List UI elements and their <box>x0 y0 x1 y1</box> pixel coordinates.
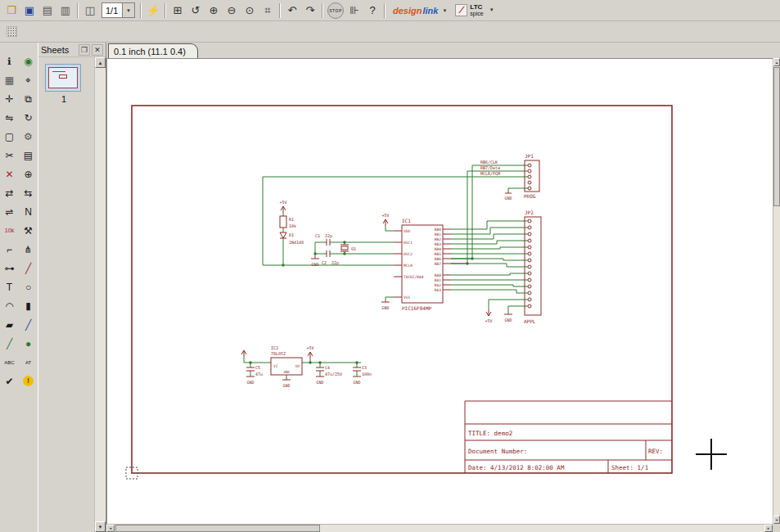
add-button[interactable]: ⊕ <box>20 165 37 183</box>
toolbar-separator <box>279 3 281 18</box>
switch-to-board-button[interactable]: ◫ <box>81 2 99 20</box>
sheets-scrollbar[interactable]: ▲ ▼ <box>94 57 106 532</box>
chevron-down-icon[interactable]: ▼ <box>122 3 134 17</box>
wire-button[interactable]: ╱ <box>20 259 37 277</box>
toolbar-separator <box>140 3 142 18</box>
errors-button[interactable]: ! <box>20 372 37 390</box>
designlink-button[interactable]: design link ▼ <box>393 6 447 16</box>
mark-button[interactable]: ⌖ <box>20 71 37 88</box>
titleblock-sheet: Sheet: 1/1 <box>611 464 648 471</box>
rect-button[interactable]: ▮ <box>20 297 37 314</box>
run-ulp-button[interactable]: ⚡ <box>144 2 162 20</box>
print-setup-icon: ▥ <box>61 5 70 16</box>
scroll-up-icon[interactable]: ▲ <box>773 58 780 66</box>
split-button[interactable]: ⋔ <box>20 241 37 258</box>
help-button[interactable]: ? <box>363 2 381 20</box>
undo-button[interactable]: ↶ <box>283 2 301 20</box>
ic1-5v-label: +5V <box>381 213 389 218</box>
stop-button[interactable]: STOP <box>327 2 344 19</box>
errors-icon: ! <box>23 376 34 386</box>
copy-button[interactable]: ⧉ <box>20 90 37 107</box>
sheet-dropdown[interactable]: 1/1 ▼ <box>101 2 135 18</box>
open-button[interactable]: ❒ <box>2 2 20 20</box>
change-button[interactable]: ⚙ <box>20 128 37 145</box>
scroll-down-icon[interactable]: ▼ <box>95 521 106 532</box>
display-button[interactable]: ▦ <box>1 71 18 88</box>
coordinate-tab[interactable]: 0.1 inch (11.1 0.4) <box>108 43 198 58</box>
gateswap-button[interactable]: ⇆ <box>20 184 37 201</box>
group-button[interactable]: ▢ <box>1 128 18 145</box>
power-supply-circuit[interactable]: IC2 78L05Z VI VO GND +5V C5 47u C4 47u/2… <box>241 345 372 388</box>
scroll-up-icon[interactable]: ▲ <box>95 57 106 68</box>
window-fit-button[interactable]: ⊞ <box>169 2 187 20</box>
zoom-out-button[interactable]: ⊖ <box>223 2 241 20</box>
reset-circuit[interactable]: +5V R1 10k D1 1N4148 <box>279 200 304 245</box>
vertical-scrollbar[interactable]: ▲ ▼ <box>773 58 780 524</box>
scroll-down-icon[interactable]: ▼ <box>773 516 780 524</box>
chevron-down-icon[interactable]: ▼ <box>489 7 494 12</box>
vertical-scroll-thumb[interactable] <box>773 67 780 206</box>
run-script-button[interactable]: ⊪ <box>345 2 363 20</box>
rotate-button[interactable]: ↻ <box>20 109 37 126</box>
cut-button[interactable]: ✂ <box>1 147 18 164</box>
paste-button[interactable]: ▤ <box>20 147 37 164</box>
zoom-select-button[interactable]: ⌗ <box>259 2 277 20</box>
show-icon: ◉ <box>24 56 32 66</box>
command-palette: ℹ◉▦⌖✛⧉⇋↻▢⚙✂▤✕⊕⇄⇆⇌N10k⚒⌐⋔⊶╱T○◠▮▰╱╱●ABCAT✔… <box>0 43 38 532</box>
miter-button[interactable]: ⌐ <box>1 241 18 258</box>
chevron-down-icon[interactable]: ▼ <box>442 8 447 13</box>
ic2-vo-pin-label: VO <box>295 364 300 368</box>
jp2-ref-label: JP2 <box>525 210 534 215</box>
open-icon: ❒ <box>7 5 16 16</box>
label-button[interactable]: ABC <box>1 354 18 371</box>
ic1-pin-label: RB5 <box>435 252 441 256</box>
replace-button[interactable]: ⇌ <box>1 203 18 220</box>
value-button[interactable]: 10k <box>1 222 18 239</box>
sheet-thumbnail[interactable] <box>45 64 81 92</box>
delete-button[interactable]: ✕ <box>1 165 18 183</box>
text-button[interactable]: T <box>1 278 18 295</box>
redo-button[interactable]: ↷ <box>301 2 319 20</box>
print-button[interactable]: ▤ <box>38 2 56 20</box>
grid-button[interactable] <box>2 23 20 41</box>
sheet-list-item[interactable]: 1 <box>45 64 83 104</box>
info-button[interactable]: ℹ <box>1 52 18 70</box>
net-wires[interactable] <box>244 165 528 380</box>
horizontal-scrollbar[interactable]: ◄ ► <box>106 524 773 532</box>
pinswap-button[interactable]: ⇄ <box>1 184 18 201</box>
horizontal-scroll-thumb[interactable] <box>115 525 320 532</box>
junction-button[interactable]: ● <box>20 335 37 352</box>
mirror-button[interactable]: ⇋ <box>1 109 18 126</box>
schematic-drawing[interactable]: TITLE: demo2 Document Number: REV: Date:… <box>107 59 773 525</box>
attribute-button[interactable]: AT <box>20 354 37 371</box>
dock-panel-icon[interactable]: ❐ <box>79 44 90 56</box>
window-redraw-button[interactable]: ↺ <box>187 2 205 20</box>
arc-button[interactable]: ◠ <box>1 297 18 314</box>
show-button[interactable]: ◉ <box>20 52 37 70</box>
schematic-canvas[interactable]: TITLE: demo2 Document Number: REV: Date:… <box>106 58 773 524</box>
scroll-right-icon[interactable]: ► <box>764 525 773 532</box>
move-button[interactable]: ✛ <box>1 90 18 107</box>
erc-button[interactable]: ✔ <box>1 372 18 390</box>
reset-5v-label: +5V <box>279 200 286 205</box>
save-button[interactable]: ▣ <box>20 2 38 20</box>
bus-button[interactable]: ╱ <box>20 316 37 333</box>
zoom-in-button[interactable]: ⊕ <box>205 2 223 20</box>
xtal-gnd-label: GND <box>311 262 318 267</box>
crystal-circuit[interactable]: Q1 C1 22p C2 22p GND <box>311 233 356 267</box>
invoke-button[interactable]: ⊶ <box>1 259 18 277</box>
smash-button[interactable]: ⚒ <box>20 222 37 239</box>
zoom-redraw-button[interactable]: ⊙ <box>241 2 259 20</box>
print-icon: ▤ <box>43 5 52 16</box>
print-setup-button[interactable]: ▥ <box>56 2 74 20</box>
close-panel-icon[interactable]: ✕ <box>92 44 103 56</box>
scroll-left-icon[interactable]: ◄ <box>106 525 115 532</box>
name-button[interactable]: N <box>20 203 37 220</box>
polygon-button[interactable]: ▰ <box>1 316 18 333</box>
delete-icon: ✕ <box>5 169 13 179</box>
sheet-number-label: 1 <box>45 94 83 104</box>
circle-button[interactable]: ○ <box>20 278 37 295</box>
ic1-microcontroller[interactable]: IC1 PIC16F84MP VDD OSC1 OSC2 MCLR T0CKI/… <box>381 213 451 311</box>
ltspice-button[interactable]: ∕ LTC spice ▼ <box>455 4 494 17</box>
net-button[interactable]: ╱ <box>1 335 18 352</box>
